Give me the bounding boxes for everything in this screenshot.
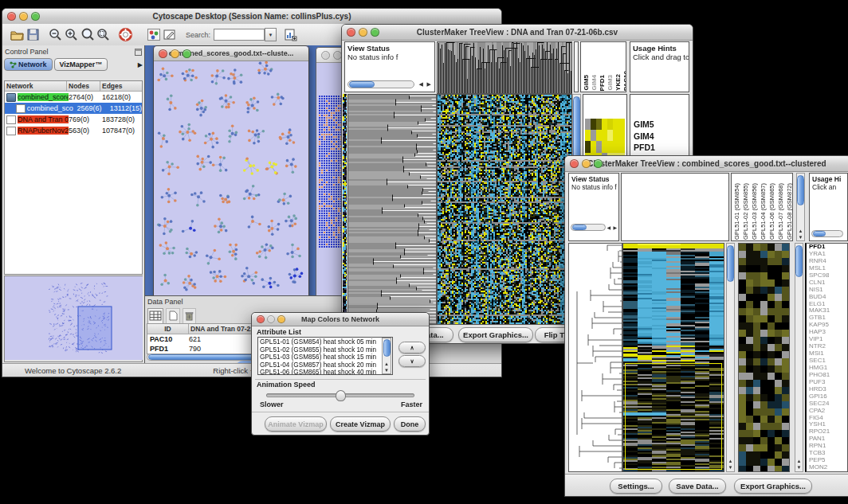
zoom-out-icon[interactable]: [47, 27, 63, 42]
scroll-right-arrow[interactable]: ▶: [427, 81, 431, 88]
zoom-button[interactable]: [371, 28, 379, 37]
attribute-list-vscrollbar[interactable]: ▲ ▼: [382, 338, 391, 374]
row-label[interactable]: GIM5: [634, 119, 689, 131]
view-status-hscrollbar[interactable]: [571, 224, 606, 231]
animation-speed-slider[interactable]: [266, 393, 414, 397]
zoom-heatmap[interactable]: [738, 243, 790, 472]
scroll-left-arrow[interactable]: ◀: [607, 225, 610, 230]
column-label[interactable]: YKE2: [614, 74, 622, 91]
attribute-list-item[interactable]: GPL51-01 (GSM854) heat shock 05 min: [260, 338, 391, 346]
scroll-down-arrow[interactable]: ▼: [383, 368, 391, 373]
inactive-close-button[interactable]: [321, 51, 330, 60]
mini-scroll-strip[interactable]: [574, 41, 579, 92]
minimize-button[interactable]: [359, 28, 367, 37]
float-panel-icon[interactable]: [135, 45, 142, 59]
move-up-button[interactable]: ∧: [398, 342, 426, 354]
column-dendrogram[interactable]: [437, 41, 572, 94]
attribute-list-item[interactable]: GPL51-03 (GSM856) heat shock 15 min: [260, 354, 391, 361]
col-nodes[interactable]: Nodes: [67, 81, 100, 91]
zoom-button[interactable]: [594, 159, 603, 168]
attribute-list-item[interactable]: GPL51-04 (GSM857) heat shock 20 min: [260, 361, 391, 369]
scroll-down-arrow[interactable]: ▼: [795, 465, 803, 470]
scroll-up-arrow[interactable]: ▲: [727, 459, 734, 463]
close-button[interactable]: [159, 49, 167, 58]
minimize-button[interactable]: [19, 12, 28, 21]
column-label[interactable]: PFD1: [599, 75, 606, 91]
usage-hints-hscrollbar[interactable]: [811, 230, 843, 237]
network-tree-row[interactable]: RNAPuberNov2+!563(0)107847(0): [5, 125, 142, 136]
scroll-up-arrow[interactable]: ▲: [795, 459, 803, 463]
vizmapper-nodes-icon[interactable]: [146, 27, 162, 42]
column-label[interactable]: GPL51-01 (GSM854): [733, 183, 740, 240]
save-icon[interactable]: [25, 27, 41, 42]
zoom-selected-icon[interactable]: [79, 27, 95, 42]
scroll-up-arrow[interactable]: ▲: [797, 229, 804, 233]
search-input[interactable]: [214, 29, 265, 41]
close-button[interactable]: [257, 315, 265, 323]
minimize-button[interactable]: [171, 49, 179, 58]
minimize-button[interactable]: [582, 159, 591, 168]
report-icon[interactable]: [283, 27, 299, 42]
scroll-left-arrow[interactable]: ◀: [419, 81, 423, 88]
column-label[interactable]: GPL51-04 (GSM857): [760, 183, 767, 240]
help-lifering-icon[interactable]: [117, 27, 133, 42]
settings-button[interactable]: Settings...: [610, 479, 662, 494]
slider-thumb[interactable]: [336, 390, 346, 401]
scroll-down-arrow[interactable]: ▼: [797, 235, 804, 240]
heatmap-vscrollbar[interactable]: ▲ ▼: [726, 243, 735, 472]
close-button[interactable]: [570, 159, 579, 168]
zoom-button[interactable]: [31, 12, 40, 21]
treeview1-titlebar[interactable]: ClusterMaker TreeView : DNA and Tran 07-…: [342, 25, 693, 41]
row-label[interactable]: PFD1: [634, 142, 689, 154]
row-label[interactable]: MON2: [809, 464, 847, 471]
network-view-titlebar[interactable]: combined_scores_good.txt--cluste...: [154, 46, 308, 61]
column-dendrogram-area[interactable]: [621, 173, 729, 241]
column-label[interactable]: GPL51-07 (GSM868): [777, 183, 784, 240]
tab-network[interactable]: Network: [4, 58, 53, 71]
birds-eye-view[interactable]: [5, 276, 143, 360]
column-label[interactable]: GIM5: [583, 75, 590, 91]
row-label[interactable]: GIM4: [634, 131, 689, 143]
dialog-titlebar[interactable]: Map Colors to Network: [252, 313, 429, 326]
minimize-button[interactable]: [267, 315, 275, 323]
tab-overflow-arrow-icon[interactable]: ▶: [138, 61, 143, 68]
id-column-header[interactable]: ID: [147, 324, 189, 334]
tab-vizmapper[interactable]: VizMapper™: [54, 58, 108, 71]
zoom-button[interactable]: [277, 315, 285, 323]
scroll-up-arrow[interactable]: ▲: [383, 361, 391, 366]
row-dendrogram[interactable]: [568, 243, 622, 472]
column-label[interactable]: GIM3: [607, 75, 614, 91]
network-tree-row[interactable]: combined_sco2569(6)13112(15): [5, 103, 142, 114]
main-titlebar[interactable]: Cytoscape Desktop (Session Name: collins…: [2, 9, 501, 25]
done-button[interactable]: Done: [394, 416, 426, 432]
network-canvas[interactable]: [154, 61, 307, 303]
move-down-button[interactable]: ∨: [398, 355, 426, 367]
row-labels-vscrollbar[interactable]: ▲ ▼: [795, 243, 803, 472]
network-tree-row[interactable]: DNA and Tran 07769(0)183728(0): [5, 114, 142, 125]
column-label[interactable]: GPL51-02 (GSM855): [742, 183, 749, 240]
attribute-list-item[interactable]: GPL51-06 (GSM865) heat shock 40 min: [260, 369, 391, 375]
animate-vizmap-button[interactable]: Animate Vizmap: [265, 416, 327, 432]
create-vizmap-button[interactable]: Create Vizmap: [330, 416, 391, 432]
zoom-fit-icon[interactable]: [95, 27, 111, 42]
row-dendrogram[interactable]: [347, 94, 437, 325]
column-label[interactable]: PAC10: [622, 71, 626, 91]
zoom-button[interactable]: [183, 49, 191, 58]
save-data-button[interactable]: Save Data...: [669, 479, 726, 494]
column-label[interactable]: GPL51-03 (GSM856): [751, 183, 758, 240]
search-dropdown-button[interactable]: ▼: [265, 28, 277, 41]
column-label[interactable]: GPL51-08 (GSM872): [786, 183, 793, 240]
zoom-in-icon[interactable]: [63, 27, 79, 42]
col-edges[interactable]: Edges: [100, 81, 142, 91]
close-button[interactable]: [347, 28, 355, 37]
export-graphics-button[interactable]: Export Graphics...: [458, 327, 533, 342]
column-label[interactable]: GPL51-06 (GSM865): [768, 183, 775, 240]
scroll-down-arrow[interactable]: ▼: [727, 465, 734, 470]
global-pixel-strip[interactable]: [343, 94, 347, 323]
column-labels-vscrollbar[interactable]: ▲ ▼: [796, 173, 805, 241]
heatmap-canvas[interactable]: [437, 94, 572, 325]
column-label[interactable]: GIM4: [591, 75, 598, 91]
scroll-right-arrow[interactable]: ▶: [613, 225, 617, 230]
network-tree-row[interactable]: combined_scores2764(0)16218(0): [5, 92, 142, 103]
treeview2-titlebar[interactable]: ClusterMaker TreeView : combined_scores_…: [565, 156, 848, 172]
